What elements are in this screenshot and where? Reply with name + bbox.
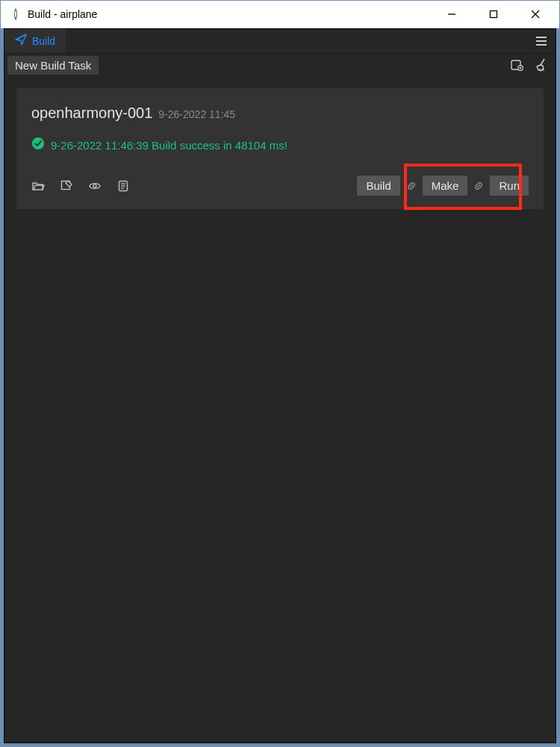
svg-line-20 (477, 185, 480, 187)
maximize-button[interactable] (473, 1, 514, 28)
log-button[interactable] (116, 179, 130, 193)
presets-button[interactable] (506, 55, 527, 75)
svg-line-19 (410, 185, 413, 187)
tab-build[interactable]: Build (4, 29, 66, 53)
action-buttons: Build Make (357, 176, 529, 196)
status-row: 9-26-2022 11:46:39 Build success in 4810… (31, 137, 529, 153)
edit-icon (60, 179, 73, 193)
card-header: openharmony-001 9-26-2022 11:45 (31, 105, 529, 122)
card-tool-icons (31, 179, 130, 193)
edit-button[interactable] (60, 179, 73, 193)
svg-point-14 (93, 184, 96, 187)
build-button[interactable]: Build (357, 176, 399, 196)
clean-button[interactable] (532, 55, 553, 75)
document-icon (116, 179, 130, 193)
window-title: Build - airplane (28, 8, 431, 20)
view-button[interactable] (88, 179, 102, 193)
paper-plane-icon (15, 34, 27, 49)
titlebar: Build - airplane (1, 1, 559, 28)
task-timestamp: 9-26-2022 11:45 (158, 108, 235, 120)
run-button[interactable]: Run (490, 176, 529, 196)
window-frame: Build - airplane (0, 0, 560, 747)
tab-bar: Build (4, 29, 556, 54)
calendar-plus-icon (510, 58, 523, 72)
app-icon (8, 7, 23, 22)
link-after-make-toggle[interactable] (472, 179, 485, 193)
close-button[interactable] (514, 1, 556, 28)
actions-row: Build Make (31, 176, 529, 196)
app-inner: Build New Build Task (4, 28, 556, 743)
link-after-build-toggle[interactable] (405, 179, 418, 193)
success-check-icon (31, 137, 45, 153)
new-build-task-button[interactable]: New Build Task (7, 56, 99, 75)
chain-link-icon (473, 180, 485, 192)
window-controls (431, 1, 556, 28)
eye-icon (88, 179, 102, 193)
open-folder-button[interactable] (31, 179, 45, 193)
status-text: 9-26-2022 11:46:39 Build success in 4810… (51, 139, 287, 152)
broom-icon (535, 58, 550, 72)
svg-line-11 (541, 59, 544, 65)
hamburger-menu-button[interactable] (527, 29, 556, 53)
tab-label: Build (32, 35, 55, 47)
minimize-button[interactable] (431, 1, 473, 28)
svg-rect-1 (491, 11, 497, 18)
content-area: openharmony-001 9-26-2022 11:45 9-26-202… (4, 76, 556, 743)
hamburger-icon (535, 34, 548, 48)
folder-open-icon (31, 179, 45, 193)
make-button[interactable]: Make (423, 176, 468, 196)
chain-link-icon (405, 180, 417, 192)
build-task-card: openharmony-001 9-26-2022 11:45 9-26-202… (16, 88, 544, 209)
toolbar: New Build Task (4, 54, 556, 76)
app-shell: Build New Build Task (1, 28, 559, 746)
svg-point-12 (32, 137, 44, 149)
task-title: openharmony-001 (31, 105, 152, 122)
